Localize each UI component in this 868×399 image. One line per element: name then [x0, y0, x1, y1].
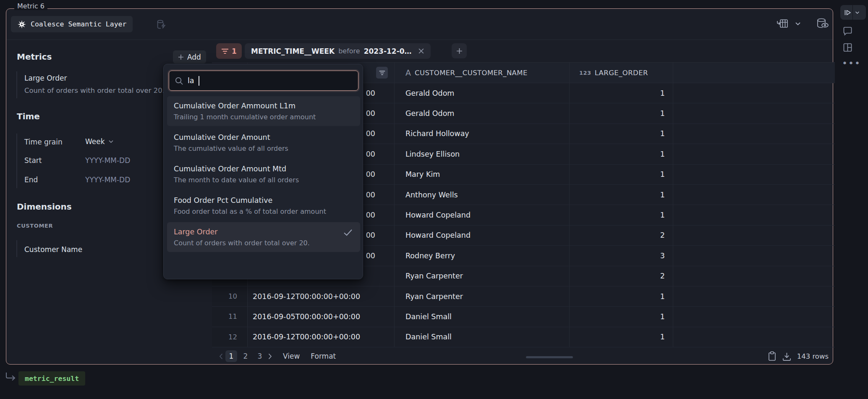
metric-option-title: Food Order Pct Cumulative	[174, 196, 353, 205]
add-filter-button[interactable]: Add	[173, 50, 206, 63]
date-value-tail: 00	[366, 211, 375, 219]
search-icon	[175, 76, 183, 85]
rows-count: 143 rows	[797, 352, 829, 360]
large-order-cell: 1	[570, 124, 673, 144]
page-1-button[interactable]: 1	[225, 350, 237, 362]
remove-filter-icon[interactable]	[418, 48, 424, 54]
large-order-cell: 2	[570, 226, 673, 245]
preview-data-icon[interactable]	[816, 18, 829, 29]
format-tab[interactable]: Format	[311, 352, 336, 360]
metric-option-description: Count of orders with order total over 20…	[174, 239, 353, 247]
time-heading: Time	[17, 111, 40, 121]
date-value-tail: 00	[366, 89, 375, 97]
metric-option[interactable]: Large Order Count of orders with order t…	[167, 222, 360, 252]
cell-header-actions	[776, 18, 829, 29]
filter-chip-metric-time[interactable]: METRIC_TIME__WEEK before 2023-12-0…	[245, 43, 431, 59]
column-filter-icon[interactable]	[376, 67, 388, 79]
metric-option-title: Cumulative Order Ammount L1m	[174, 102, 353, 110]
filter-icon	[221, 48, 229, 54]
result-variable-name: metric_result	[25, 375, 79, 383]
customer-column-header[interactable]: A CUSTOMER__CUSTOMER_NAME	[395, 63, 570, 83]
edit-source-icon[interactable]	[155, 19, 167, 30]
large-order-cell: 1	[570, 205, 673, 225]
table-row[interactable]: 11 2016-09-05T00:00:00+00:00 Daniel Smal…	[212, 307, 835, 327]
view-tab[interactable]: View	[283, 352, 300, 360]
customer-cell: Gerald Odom	[395, 103, 570, 123]
plus-icon	[178, 54, 184, 60]
metric-search-input[interactable]: la	[169, 71, 358, 91]
date-value-tail: 00	[366, 191, 375, 199]
dimension-item-customer-name[interactable]: Customer Name	[24, 245, 82, 254]
layout-panes-icon[interactable]	[842, 42, 853, 52]
row-index: 12	[212, 327, 248, 347]
more-options-icon[interactable]: •••	[842, 58, 861, 68]
large-order-cell: 1	[570, 165, 673, 184]
large-order-cell: 1	[570, 286, 673, 306]
comment-icon[interactable]	[842, 26, 853, 36]
metrics-heading: Metrics	[17, 52, 52, 62]
download-icon[interactable]	[782, 352, 792, 361]
table-row[interactable]: 12 2016-09-12T00:00:00+00:00 Daniel Smal…	[212, 327, 835, 347]
chevron-down-icon[interactable]	[795, 22, 801, 26]
date-cell: 2016-09-12T00:00:00+00:00	[248, 286, 395, 306]
customer-cell: Richard Holloway	[395, 124, 570, 144]
metric-option-description: The cumulative value of all orders	[174, 144, 353, 152]
run-cell-button[interactable]	[840, 5, 866, 20]
copy-table-icon[interactable]	[768, 351, 776, 361]
filter-count: 1	[232, 47, 237, 55]
text-caret	[199, 76, 199, 86]
new-filter-button[interactable]	[452, 43, 467, 58]
metric-option[interactable]: Cumulative Order Ammount L1m Trailing 1 …	[167, 96, 360, 126]
chevron-down-icon	[108, 140, 114, 143]
large-order-cell: 1	[570, 185, 673, 205]
time-indent-line	[16, 134, 17, 188]
prev-page-icon[interactable]	[219, 353, 223, 360]
filter-operator: before	[338, 47, 360, 55]
metric-option-title: Large Order	[174, 228, 353, 236]
number-type-icon: 123	[579, 70, 591, 76]
run-options-chevron-icon[interactable]	[855, 11, 860, 14]
coalesce-logo-icon	[17, 20, 26, 29]
metric-item-description: Count of orders with order total over 20…	[24, 87, 163, 94]
start-date-input[interactable]: YYYY-MM-DD	[85, 156, 130, 165]
customer-cell: Howard Copeland	[395, 226, 570, 245]
customer-cell: Daniel Small	[395, 307, 570, 326]
end-date-input[interactable]: YYYY-MM-DD	[85, 176, 130, 184]
time-grain-label: Time grain	[24, 138, 63, 146]
end-date-label: End	[24, 176, 38, 184]
push-to-table-icon[interactable]	[776, 18, 789, 29]
date-value-tail: 00	[366, 170, 375, 178]
large-order-cell: 3	[570, 246, 673, 265]
metric-item-large-order[interactable]: Large Order	[24, 74, 67, 82]
table-row[interactable]: 10 2016-09-12T00:00:00+00:00 Ryan Carpen…	[212, 286, 835, 307]
large-order-column-header[interactable]: 123 LARGE_ORDER	[570, 63, 673, 83]
date-value-tail: 00	[366, 150, 375, 158]
metric-option[interactable]: Food Order Pct Cumulative Food order tot…	[167, 191, 360, 220]
cell-title[interactable]: Metric 6	[14, 2, 47, 10]
metric-option[interactable]: Cumulative Order Amount The cumulative v…	[167, 128, 360, 158]
run-icon	[844, 9, 852, 16]
page-3-button[interactable]: 3	[254, 350, 266, 362]
customer-cell: Lindsey Ellison	[395, 144, 570, 164]
add-filter-label: Add	[187, 53, 201, 61]
time-grain-select[interactable]: Week	[85, 137, 114, 146]
metric-option[interactable]: Cumulative Order Amount Mtd The month to…	[167, 159, 360, 189]
dimension-group-customer: CUSTOMER	[17, 223, 53, 229]
page-2-button[interactable]: 2	[240, 350, 251, 362]
large-order-cell: 1	[570, 327, 673, 347]
table-footer: 1 2 3 View Format 143 rows	[212, 348, 835, 365]
time-grain-value: Week	[85, 137, 105, 146]
filter-count-badge[interactable]: 1	[216, 43, 242, 59]
date-cell: 2016-09-12T00:00:00+00:00	[248, 327, 395, 347]
result-variable-pill[interactable]: metric_result	[18, 371, 85, 386]
semantic-layer-source-pill[interactable]: Coalesce Semantic Layer	[11, 16, 133, 32]
date-value: 2016-09-12T00:00:00+00:00	[253, 292, 360, 301]
horizontal-scrollbar[interactable]	[526, 356, 573, 358]
large-order-cell: 1	[570, 144, 673, 164]
customer-cell: Daniel Small	[395, 327, 570, 347]
next-page-icon[interactable]	[268, 353, 272, 360]
date-value: 2016-09-05T00:00:00+00:00	[253, 312, 360, 321]
customer-cell: Ryan Carpenter	[395, 266, 570, 286]
header-divider	[7, 39, 833, 40]
text-type-icon: A	[405, 68, 411, 77]
